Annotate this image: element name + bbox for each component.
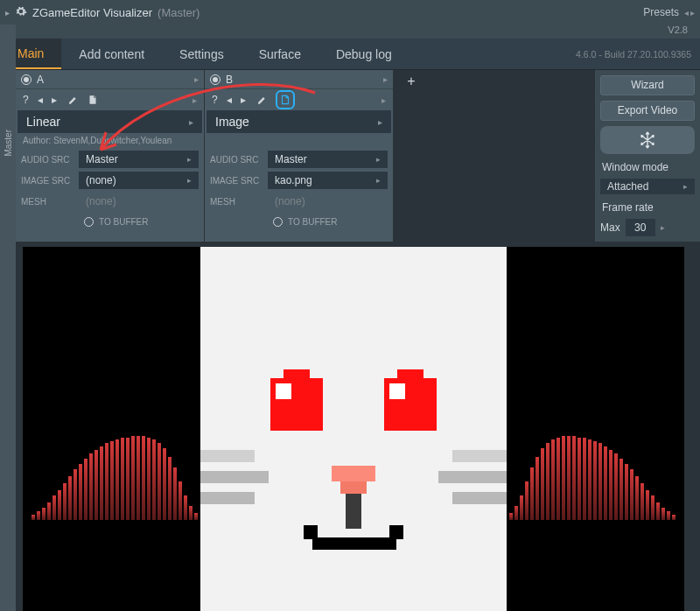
chevron-right-icon: ▸	[189, 117, 193, 127]
layer-a-mesh: MESH (none)	[16, 191, 204, 212]
snapshot-button[interactable]	[600, 126, 695, 154]
dock-label: Master	[4, 130, 13, 157]
layer-b-to-buffer[interactable]: TO BUFFER	[205, 212, 393, 232]
frame-rate-max-label: Max	[600, 221, 620, 234]
title-bar: ▸ ZGameEditor Visualizer (Master) Preset…	[0, 0, 700, 25]
tab-settings[interactable]: Settings	[162, 39, 242, 69]
main-row: A ▸ ? ◂ ▸ ▸ Linear ▸ Author: StevenM,Dub…	[0, 70, 700, 242]
main-tabs: Main Add content Settings Surface Debug …	[0, 39, 700, 70]
frame-rate-value[interactable]: 30	[626, 219, 655, 236]
layer-b: B ▸ ? ◂ ▸ ▸ Image ▸ AUDIO SRC Master▸ I	[205, 70, 394, 242]
layer-a-effect-selector[interactable]: Linear ▸	[18, 110, 202, 133]
snowflake-icon	[638, 130, 657, 150]
window-context: (Master)	[158, 6, 200, 19]
window-title: ZGameEditor Visualizer	[32, 6, 152, 19]
gear-icon[interactable]	[15, 5, 27, 20]
presets-label: Presets	[643, 6, 679, 18]
layer-a-audio-src: AUDIO SRC Master▸	[16, 149, 204, 170]
collapse-icon[interactable]: ▸	[5, 8, 10, 18]
chevron-right-icon: ▸	[683, 182, 688, 191]
prop-label: IMAGE SRC	[210, 176, 264, 186]
version-line: V2.8	[0, 25, 700, 39]
layer-a: A ▸ ? ◂ ▸ ▸ Linear ▸ Author: StevenM,Dub…	[16, 70, 205, 242]
to-buffer-label: TO BUFFER	[288, 217, 337, 227]
chevron-right-icon[interactable]: ▸	[194, 74, 199, 84]
layer-a-id: A	[37, 74, 44, 86]
visualizer-left	[32, 436, 198, 520]
prop-label: IMAGE SRC	[21, 176, 75, 186]
layer-a-toolbar: ? ◂ ▸ ▸	[16, 89, 204, 110]
add-layer[interactable]: +	[394, 70, 429, 242]
window-mode-value: Attached	[607, 180, 648, 193]
presets-selector[interactable]: Presets ◂▸	[643, 6, 695, 18]
chevron-right-icon[interactable]: ▸	[382, 95, 386, 105]
preset-prev-icon[interactable]: ◂	[684, 8, 689, 18]
layer-a-author: Author: StevenM,Dubswitcher,Youlean	[16, 133, 204, 149]
export-video-button[interactable]: Export Video	[600, 101, 695, 121]
to-buffer-radio[interactable]	[273, 217, 283, 227]
next-icon[interactable]: ▸	[241, 94, 246, 106]
brush-icon[interactable]	[66, 94, 78, 106]
chevron-right-icon[interactable]: ▸	[661, 223, 665, 232]
layer-a-audio-value[interactable]: Master▸	[79, 151, 199, 168]
layer-b-id: B	[226, 74, 233, 86]
build-label: 4.6.0 - Build 27.20.100.9365	[576, 49, 700, 60]
layer-a-header[interactable]: A ▸	[16, 70, 204, 89]
frame-rate-row: Max 30 ▸	[600, 219, 695, 236]
wizard-button[interactable]: Wizard	[600, 75, 695, 95]
layer-b-header[interactable]: B ▸	[205, 70, 393, 89]
to-buffer-label: TO BUFFER	[99, 217, 148, 227]
clip-icon[interactable]	[276, 90, 295, 109]
layer-b-audio-value[interactable]: Master▸	[268, 151, 388, 168]
layer-b-mesh: MESH (none)	[205, 191, 393, 212]
help-icon[interactable]: ?	[212, 94, 218, 106]
layer-a-effect-name: Linear	[26, 115, 60, 129]
plus-icon[interactable]: +	[407, 74, 415, 89]
prop-label: AUDIO SRC	[210, 155, 264, 165]
help-icon[interactable]: ?	[23, 94, 29, 106]
layer-a-enable-radio[interactable]	[21, 74, 32, 85]
chevron-right-icon[interactable]: ▸	[383, 74, 388, 84]
layer-a-to-buffer[interactable]: TO BUFFER	[16, 212, 204, 232]
layer-a-mesh-value[interactable]: (none)	[79, 193, 199, 210]
window-mode-label: Window mode	[600, 159, 695, 173]
layer-b-enable-radio[interactable]	[210, 74, 220, 85]
side-panel: Wizard Export Video Window mode Attached…	[595, 70, 700, 242]
tab-surface[interactable]: Surface	[242, 39, 318, 69]
chevron-right-icon: ▸	[378, 117, 382, 127]
layer-a-image-src: IMAGE SRC (none)▸	[16, 170, 204, 191]
layer-b-effect-name: Image	[215, 115, 249, 129]
preset-next-icon[interactable]: ▸	[690, 8, 695, 18]
next-icon[interactable]: ▸	[52, 94, 57, 106]
brush-icon[interactable]	[255, 94, 267, 106]
layer-b-toolbar: ? ◂ ▸ ▸	[205, 89, 393, 110]
prop-label: AUDIO SRC	[21, 155, 75, 165]
layer-b-mesh-value[interactable]: (none)	[268, 193, 388, 210]
layer-b-effect-selector[interactable]: Image ▸	[206, 110, 391, 133]
version-label: V2.8	[668, 25, 688, 35]
window-mode-select[interactable]: Attached ▸	[600, 179, 695, 194]
layer-b-author	[205, 133, 393, 149]
layer-b-image-value[interactable]: kao.png▸	[268, 172, 388, 189]
prev-icon[interactable]: ◂	[38, 94, 43, 106]
tab-debug-log[interactable]: Debug log	[318, 39, 410, 69]
chevron-right-icon[interactable]: ▸	[192, 95, 197, 105]
to-buffer-radio[interactable]	[84, 217, 94, 227]
preview-image	[200, 247, 507, 611]
prop-label: MESH	[21, 197, 75, 207]
layer-b-image-src: IMAGE SRC kao.png▸	[205, 170, 393, 191]
clip-icon[interactable]	[87, 94, 99, 106]
frame-rate-label: Frame rate	[600, 200, 695, 214]
preview-viewport[interactable]	[23, 247, 684, 611]
layer-a-image-value[interactable]: (none)▸	[79, 172, 199, 189]
left-dock-strip: Master	[0, 25, 16, 611]
visualizer-right	[509, 436, 676, 520]
layers-area: A ▸ ? ◂ ▸ ▸ Linear ▸ Author: StevenM,Dub…	[0, 70, 595, 242]
prop-label: MESH	[210, 197, 264, 207]
layer-b-audio-src: AUDIO SRC Master▸	[205, 149, 393, 170]
tab-add-content[interactable]: Add content	[61, 39, 162, 69]
prev-icon[interactable]: ◂	[227, 94, 232, 106]
